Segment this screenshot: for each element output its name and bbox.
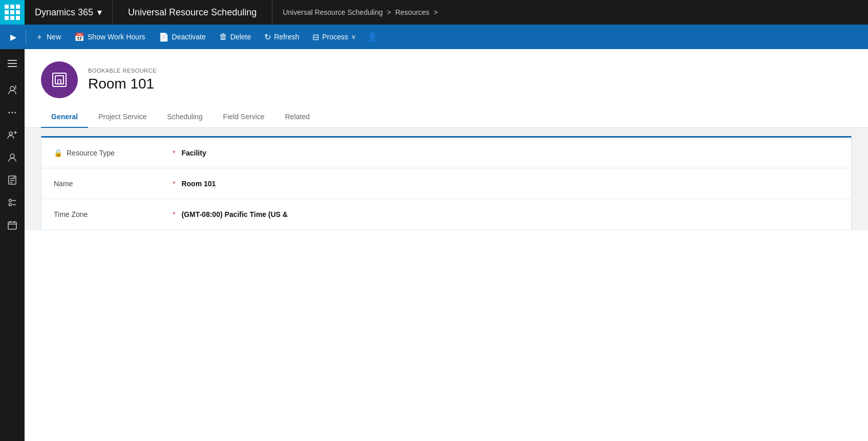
hamburger-line-2	[8, 63, 17, 64]
deactivate-label: Deactivate	[172, 33, 206, 41]
time-zone-label: Time Zone	[54, 210, 166, 218]
assign-button[interactable]: 👤	[363, 28, 382, 46]
resources-icon	[7, 130, 17, 140]
process-icon: ⊟	[312, 32, 319, 42]
form-row-resource-type: 🔒 Resource Type * Facility	[41, 138, 851, 168]
sidebar-item-resources[interactable]	[2, 125, 23, 145]
more-icon	[7, 107, 17, 118]
refresh-button[interactable]: ↻ Refresh	[258, 28, 305, 46]
hamburger-menu[interactable]	[2, 53, 23, 74]
sidebar-item-more[interactable]	[2, 102, 23, 123]
record-type: BOOKABLE RESOURCE	[88, 68, 157, 74]
breadcrumb-section: Resources	[395, 8, 430, 16]
apps-button[interactable]	[0, 0, 25, 25]
sidebar-item-calendar[interactable]	[2, 215, 23, 235]
show-work-hours-button[interactable]: 📅 Show Work Hours	[68, 28, 152, 46]
name-label: Name	[54, 180, 166, 188]
record-header: BOOKABLE RESOURCE Room 101	[25, 49, 868, 106]
people-icon	[7, 152, 17, 163]
sidebar-item-people[interactable]	[2, 147, 23, 168]
tab-field-service[interactable]: Field Service	[213, 106, 275, 128]
form-row-name: Name * Room 101	[41, 168, 851, 199]
dynamics365-chevron: ▾	[97, 7, 102, 18]
record-name: Room 101	[88, 76, 157, 92]
room-icon	[50, 71, 69, 89]
urs-label: Universal Resource Scheduling	[128, 7, 257, 18]
svg-point-6	[15, 112, 16, 114]
svg-point-25	[60, 81, 61, 82]
sidebar-item-contacts[interactable]	[2, 80, 23, 100]
command-bar: ▶ ＋ New 📅 Show Work Hours 📄 Deactivate 🗑…	[0, 25, 868, 49]
separator-1	[26, 30, 26, 44]
refresh-icon: ↻	[264, 32, 271, 42]
hamburger-line-3	[8, 66, 17, 67]
assign-icon: 👤	[367, 32, 377, 42]
dynamics365-label: Dynamics 365	[35, 7, 93, 18]
svg-point-0	[10, 86, 14, 91]
calendar-icon	[7, 220, 17, 230]
new-icon: ＋	[35, 32, 44, 42]
dynamics365-nav[interactable]: Dynamics 365 ▾	[25, 0, 113, 25]
reports-icon	[7, 175, 17, 185]
contacts-icon	[7, 85, 17, 95]
form-row-time-zone: Time Zone * (GMT-08:00) Pacific Time (US…	[41, 199, 851, 230]
deactivate-button[interactable]: 📄 Deactivate	[153, 28, 212, 46]
main-content: BOOKABLE RESOURCE Room 101 General Proje…	[25, 49, 868, 441]
sidebar-item-reports[interactable]	[2, 170, 23, 190]
new-label: New	[47, 33, 61, 41]
new-button[interactable]: ＋ New	[29, 28, 67, 46]
resource-list-icon	[7, 197, 17, 208]
tab-project-service[interactable]: Project Service	[88, 106, 157, 128]
sidebar	[0, 49, 25, 441]
show-work-hours-label: Show Work Hours	[88, 33, 145, 41]
resource-type-value[interactable]: Facility	[181, 149, 206, 157]
deactivate-icon: 📄	[159, 32, 169, 42]
tabs-container: General Project Service Scheduling Field…	[25, 106, 868, 128]
svg-point-8	[10, 154, 14, 158]
breadcrumb: Universal Resource Scheduling > Resource…	[272, 0, 448, 25]
breadcrumb-separator: >	[387, 8, 391, 16]
urs-nav[interactable]: Universal Resource Scheduling	[113, 0, 272, 25]
resource-type-required: *	[173, 149, 175, 157]
lock-icon: 🔒	[54, 149, 62, 157]
record-info: BOOKABLE RESOURCE Room 101	[88, 68, 157, 92]
svg-point-13	[14, 177, 15, 179]
time-zone-value[interactable]: (GMT-08:00) Pacific Time (US &	[181, 210, 287, 218]
process-chevron-icon: ∨	[351, 33, 356, 40]
breadcrumb-app: Universal Resource Scheduling	[283, 8, 383, 16]
top-nav: Dynamics 365 ▾ Universal Resource Schedu…	[0, 0, 868, 25]
delete-button[interactable]: 🗑 Delete	[213, 28, 257, 46]
process-label: Process	[322, 33, 348, 41]
name-value[interactable]: Room 101	[181, 180, 216, 188]
delete-label: Delete	[230, 33, 251, 41]
breadcrumb-arrow: >	[434, 8, 438, 16]
calendar-icon: 📅	[74, 32, 84, 42]
svg-point-16	[9, 204, 12, 206]
main-layout: BOOKABLE RESOURCE Room 101 General Proje…	[0, 49, 868, 441]
sidebar-item-resource-list[interactable]	[2, 192, 23, 213]
refresh-label: Refresh	[274, 33, 299, 41]
tab-related[interactable]: Related	[275, 106, 320, 128]
svg-rect-18	[8, 222, 16, 229]
form-section: 🔒 Resource Type * Facility Name * Room 1…	[41, 136, 852, 230]
svg-point-7	[9, 132, 12, 135]
time-zone-required: *	[173, 210, 175, 218]
delete-icon: 🗑	[219, 32, 227, 41]
expand-icon: ▶	[10, 32, 16, 42]
svg-point-14	[9, 200, 12, 202]
resource-type-label: 🔒 Resource Type	[54, 149, 166, 157]
process-button[interactable]: ⊟ Process ∨	[306, 28, 362, 46]
tab-general[interactable]: General	[41, 106, 88, 128]
svg-point-5	[12, 112, 13, 114]
name-required: *	[173, 180, 175, 188]
record-avatar	[41, 61, 78, 98]
expand-button[interactable]: ▶	[4, 28, 23, 46]
apps-grid-icon	[5, 5, 20, 20]
hamburger-line-1	[8, 60, 17, 61]
tab-scheduling[interactable]: Scheduling	[157, 106, 213, 128]
svg-point-4	[9, 112, 10, 114]
